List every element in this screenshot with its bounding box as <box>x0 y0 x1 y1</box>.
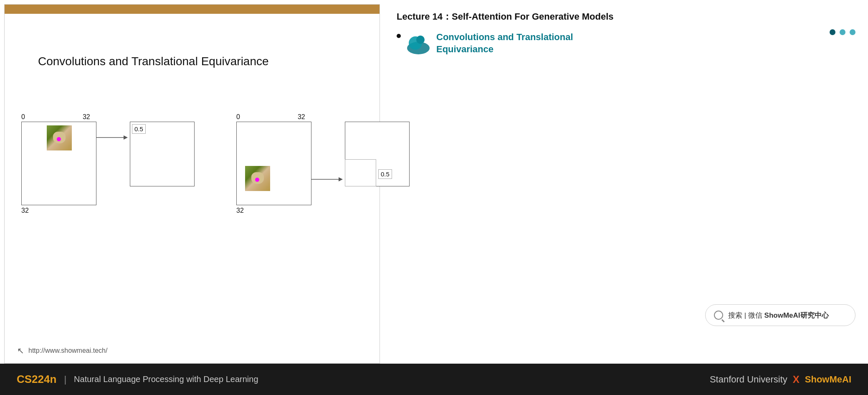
slide-title: Convolutions and Translational Equivaria… <box>38 55 269 68</box>
slide-area: Convolutions and Translational Equivaria… <box>4 4 380 364</box>
nav-dot-1[interactable] <box>830 29 835 35</box>
diagram2-label-32-bottom: 32 <box>236 207 410 214</box>
diagram1-labels-top: 0 32 <box>21 113 195 121</box>
footer-url: http://www.showmeai.tech/ <box>28 347 107 354</box>
stanford-text: Stanford University <box>710 374 787 385</box>
diagram1-value: 0.5 <box>132 124 146 134</box>
diagram1-box-left <box>21 122 96 205</box>
diagram2-labels-top: 0 32 <box>236 113 410 121</box>
arrow-svg-2 <box>311 171 345 188</box>
toc-label: Convolutions and TranslationalEquivarian… <box>436 31 573 55</box>
diagram1-right-container: 0.5 <box>130 122 195 186</box>
search-icon <box>714 311 723 320</box>
pink-dot-1 <box>57 137 61 141</box>
nav-dot-3[interactable] <box>850 29 855 35</box>
cursor-icon: ↖ <box>17 346 24 356</box>
separator: | <box>64 374 66 385</box>
svg-marker-3 <box>339 177 343 181</box>
dog-inner-2 <box>245 166 270 191</box>
diagram1-boxes: 0.5 <box>21 122 195 205</box>
diagram2-box-left <box>236 122 311 205</box>
diagram-1: 0 32 <box>21 113 195 214</box>
diagram-2: 0 32 <box>236 113 410 214</box>
lecture-title: Lecture 14：Self-Attention For Generative… <box>397 10 855 23</box>
diagram2-small-box <box>345 159 376 186</box>
arrow-svg-1 <box>96 129 130 146</box>
pink-dot-2 <box>255 178 259 182</box>
dog-inner-1 <box>47 125 72 150</box>
nav-dot-2[interactable] <box>840 29 845 35</box>
diagram1-label-32-bottom: 32 <box>21 207 195 214</box>
search-bold: ShowMeAI研究中心 <box>764 311 829 319</box>
search-icon-handle <box>721 319 724 322</box>
teal-wave-icon <box>407 31 430 54</box>
diagram2-label-32-top: 32 <box>298 113 305 121</box>
course-code: CS224n <box>17 373 56 386</box>
bottom-bar: CS224n | Natural Language Processing wit… <box>0 364 868 395</box>
toc-label-text: Convolutions and TranslationalEquivarian… <box>436 32 573 54</box>
diagram2-label-0: 0 <box>236 113 240 121</box>
bottom-right: Stanford University X ShowMeAI <box>710 374 851 385</box>
diagram1-label-32-top: 32 <box>83 113 90 121</box>
x-mark: X <box>793 374 800 385</box>
right-panel: Lecture 14：Self-Attention For Generative… <box>384 0 868 364</box>
diagram2-boxes: 0.5 <box>236 122 410 205</box>
showmeai-text: ShowMeAI <box>805 374 851 385</box>
toc-item: Convolutions and TranslationalEquivarian… <box>397 31 855 55</box>
slide-top-bar <box>5 5 380 14</box>
nav-dots <box>830 29 855 35</box>
dog-image-1 <box>47 125 72 150</box>
dog-image-2 <box>245 166 270 191</box>
bullet-dot <box>397 34 401 38</box>
search-box[interactable]: 搜索 | 微信 ShowMeAI研究中心 <box>705 304 855 326</box>
search-text: 搜索 | 微信 ShowMeAI研究中心 <box>728 311 829 320</box>
diagrams-container: 0 32 <box>21 113 410 214</box>
svg-point-6 <box>416 36 425 44</box>
course-name: Natural Language Processing with Deep Le… <box>74 375 258 384</box>
svg-marker-1 <box>124 135 128 140</box>
diagram1-label-0: 0 <box>21 113 25 121</box>
main-content: Convolutions and Translational Equivaria… <box>0 0 868 364</box>
slide-footer: ↖ http://www.showmeai.tech/ <box>17 346 107 356</box>
bottom-left: CS224n | Natural Language Processing wit… <box>17 373 258 386</box>
